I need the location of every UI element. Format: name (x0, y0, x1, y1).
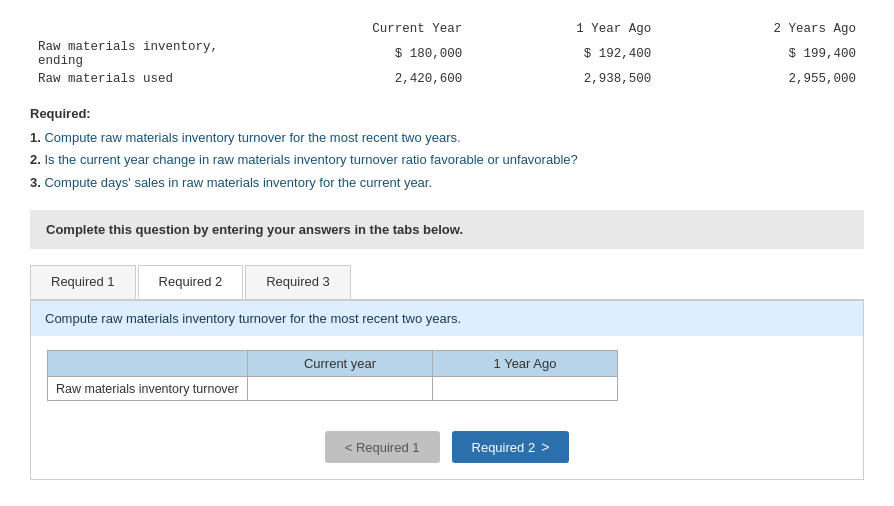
tab-required-2[interactable]: Required 2 (138, 265, 244, 299)
tabs-container: Required 1 Required 2 Required 3 (30, 265, 864, 301)
header-one-year-ago: 1 Year Ago (470, 20, 659, 38)
tab-description: Compute raw materials inventory turnover… (31, 301, 863, 336)
answer-header-empty (48, 351, 248, 377)
answer-section: Current year 1 Year Ago Raw materials in… (31, 336, 863, 415)
current-year-input-cell[interactable] (248, 377, 433, 401)
prev-label: Required 1 (356, 440, 420, 455)
one-year-ago-input[interactable] (437, 379, 613, 398)
data-table-section: Current Year 1 Year Ago 2 Years Ago Raw … (30, 20, 864, 88)
tab-content: Compute raw materials inventory turnover… (30, 301, 864, 480)
req-text-1: Compute raw materials inventory turnover… (44, 130, 460, 145)
required-item-1: 1. Compute raw materials inventory turno… (30, 128, 864, 148)
tab-required-1[interactable]: Required 1 (30, 265, 136, 299)
header-two-years-ago: 2 Years Ago (659, 20, 864, 38)
req-num-2: 2. (30, 152, 41, 167)
inventory-table: Current Year 1 Year Ago 2 Years Ago Raw … (30, 20, 864, 88)
answer-row-label: Raw materials inventory turnover (48, 377, 248, 401)
req-text-2: Is the current year change in raw materi… (44, 152, 577, 167)
row2-label: Raw materials used (30, 70, 250, 88)
row1-two-years-ago: $ 199,400 (659, 38, 864, 70)
req-text-3: Compute days' sales in raw materials inv… (44, 175, 432, 190)
required-title: Required: (30, 104, 864, 124)
next-icon: > (541, 439, 549, 455)
row2-two-years-ago: 2,955,000 (659, 70, 864, 88)
answer-header-one-year-ago: 1 Year Ago (433, 351, 618, 377)
table-row: Raw materials used 2,420,600 2,938,500 2… (30, 70, 864, 88)
prev-icon: < (345, 440, 353, 455)
answer-table: Current year 1 Year Ago Raw materials in… (47, 350, 618, 401)
info-box: Complete this question by entering your … (30, 210, 864, 249)
required-section: Required: 1. Compute raw materials inven… (30, 104, 864, 192)
table-row: Raw materials inventory, ending $ 180,00… (30, 38, 864, 70)
required-item-3: 3. Compute days' sales in raw materials … (30, 173, 864, 193)
req-num-3: 3. (30, 175, 41, 190)
info-box-text: Complete this question by entering your … (46, 222, 463, 237)
row1-label: Raw materials inventory, ending (30, 38, 250, 70)
header-current-year: Current Year (250, 20, 470, 38)
row2-current-year: 2,420,600 (250, 70, 470, 88)
next-label: Required 2 (472, 440, 536, 455)
next-button[interactable]: Required 2 > (452, 431, 570, 463)
one-year-ago-input-cell[interactable] (433, 377, 618, 401)
answer-row: Raw materials inventory turnover (48, 377, 618, 401)
row2-one-year-ago: 2,938,500 (470, 70, 659, 88)
required-item-2: 2. Is the current year change in raw mat… (30, 150, 864, 170)
current-year-input[interactable] (252, 379, 428, 398)
prev-button[interactable]: < Required 1 (325, 431, 440, 463)
nav-buttons: < Required 1 Required 2 > (31, 415, 863, 479)
answer-header-current-year: Current year (248, 351, 433, 377)
tab-required-3[interactable]: Required 3 (245, 265, 351, 299)
row1-current-year: $ 180,000 (250, 38, 470, 70)
row1-one-year-ago: $ 192,400 (470, 38, 659, 70)
req-num-1: 1. (30, 130, 41, 145)
